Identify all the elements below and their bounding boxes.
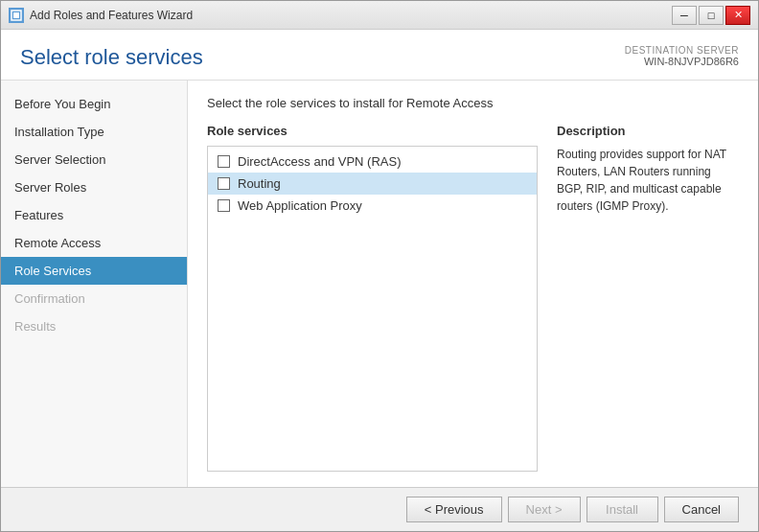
service-item-directaccess[interactable]: DirectAccess and VPN (RAS)	[208, 150, 537, 173]
page-header: Select role services DESTINATION SERVER …	[1, 30, 758, 81]
svg-rect-1	[13, 12, 19, 18]
window-title: Add Roles and Features Wizard	[30, 9, 193, 22]
sidebar-item-server-selection[interactable]: Server Selection	[1, 146, 187, 173]
description-text: Routing provides support for NAT Routers…	[557, 146, 739, 215]
sidebar-item-role-services[interactable]: Role Services	[1, 257, 187, 285]
description-header: Description	[557, 124, 739, 138]
checkbox-directaccess[interactable]	[218, 155, 230, 168]
title-bar: Add Roles and Features Wizard ─ □ ✕	[1, 1, 758, 30]
two-column-layout: Role services DirectAccess and VPN (RAS)…	[207, 124, 739, 472]
service-label-web-app-proxy: Web Application Proxy	[238, 198, 362, 213]
services-list: DirectAccess and VPN (RAS) Routing Web A…	[207, 146, 538, 472]
app-icon	[9, 8, 24, 23]
description-panel: Description Routing provides support for…	[557, 124, 739, 472]
service-item-routing[interactable]: Routing	[208, 173, 537, 195]
service-label-directaccess: DirectAccess and VPN (RAS)	[238, 154, 402, 169]
service-label-routing: Routing	[238, 176, 281, 191]
title-bar-left: Add Roles and Features Wizard	[9, 8, 193, 23]
main-content: Select role services DESTINATION SERVER …	[1, 30, 758, 531]
previous-button[interactable]: < Previous	[406, 497, 502, 522]
destination-label: DESTINATION SERVER	[625, 45, 739, 56]
sidebar-item-features[interactable]: Features	[1, 201, 187, 229]
footer: < Previous Next > Install Cancel	[1, 487, 758, 531]
checkbox-web-app-proxy[interactable]	[218, 199, 230, 212]
sidebar: Before You Begin Installation Type Serve…	[1, 81, 188, 487]
body-area: Before You Begin Installation Type Serve…	[1, 81, 758, 487]
service-item-web-app-proxy[interactable]: Web Application Proxy	[208, 195, 537, 217]
sidebar-item-before-you-begin[interactable]: Before You Begin	[1, 90, 187, 118]
destination-server-info: DESTINATION SERVER WIN-8NJVPJD86R6	[625, 45, 739, 67]
minimize-button[interactable]: ─	[672, 6, 697, 25]
server-name: WIN-8NJVPJD86R6	[625, 56, 739, 67]
instruction-text: Select the role services to install for …	[207, 96, 739, 110]
close-button[interactable]: ✕	[725, 6, 750, 25]
role-services-panel: Role services DirectAccess and VPN (RAS)…	[207, 124, 538, 472]
sidebar-item-confirmation: Confirmation	[1, 285, 187, 312]
checkbox-routing[interactable]	[218, 177, 230, 190]
install-button[interactable]: Install	[586, 497, 658, 522]
cancel-button[interactable]: Cancel	[664, 497, 739, 522]
sidebar-item-remote-access[interactable]: Remote Access	[1, 229, 187, 257]
maximize-button[interactable]: □	[699, 6, 724, 25]
window-controls: ─ □ ✕	[672, 6, 750, 25]
sidebar-item-server-roles[interactable]: Server Roles	[1, 173, 187, 201]
sidebar-item-results: Results	[1, 312, 187, 340]
content-panel: Select the role services to install for …	[188, 81, 758, 487]
page-title: Select role services	[20, 45, 203, 70]
role-services-header: Role services	[207, 124, 538, 138]
sidebar-item-installation-type[interactable]: Installation Type	[1, 118, 187, 146]
wizard-window: Add Roles and Features Wizard ─ □ ✕ Sele…	[0, 0, 759, 532]
next-button[interactable]: Next >	[508, 497, 581, 522]
